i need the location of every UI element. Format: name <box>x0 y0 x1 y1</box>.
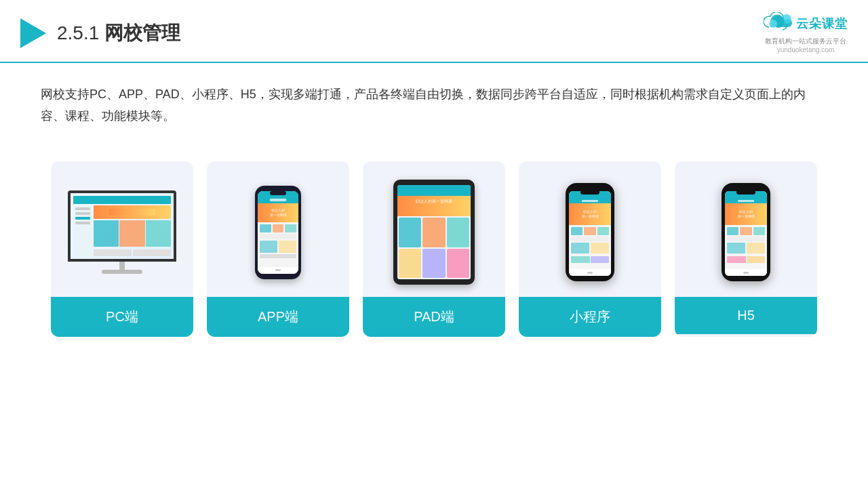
card-pc-label: PC端 <box>51 297 193 337</box>
card-miniapp-image: 职达人的第一堂网课 <box>519 161 661 297</box>
description-text: 网校支持PC、APP、PAD、小程序、H5，实现多端打通，产品各终端自由切换，数… <box>0 63 868 134</box>
logo-area: 云朵课堂 教育机构一站式服务云平台 yunduoketang.com <box>764 12 848 54</box>
phone-mockup-miniapp: 职达人的第一堂网课 <box>566 183 614 281</box>
phone-screen-h5: 职达人的第一堂网课 <box>725 191 767 276</box>
phone-mockup-h5: 职达人的第一堂网课 <box>722 183 770 281</box>
card-pc: PC端 <box>51 161 193 337</box>
logo-text: 云朵课堂 <box>796 16 848 32</box>
phone-screen-miniapp: 职达人的第一堂网课 <box>569 191 611 276</box>
title-cn: 网校管理 <box>104 22 180 43</box>
card-miniapp: 职达人的第一堂网课 <box>519 161 661 337</box>
phone-notch-small <box>580 190 599 195</box>
card-pad: 职达人的第一堂网课 PAD端 <box>363 161 505 337</box>
card-pad-image: 职达人的第一堂网课 <box>363 161 505 297</box>
card-app: 职达人的第一堂网课 <box>207 161 349 337</box>
card-pc-image <box>51 161 193 297</box>
card-h5-label: H5 <box>675 297 817 334</box>
card-miniapp-label: 小程序 <box>519 297 661 337</box>
cloud-icon <box>764 12 793 35</box>
phone-notch-small-h5 <box>736 190 755 195</box>
card-h5-image: 职达人的第一堂网课 <box>675 161 817 297</box>
card-pad-label: PAD端 <box>363 297 505 337</box>
header: 2.5.1 网校管理 云朵课堂 教育机构一站式服务云平台 yunduoketan… <box>0 0 868 63</box>
monitor-screen <box>68 190 176 262</box>
logo-cloud: 云朵课堂 <box>764 12 848 35</box>
play-icon <box>20 18 46 48</box>
header-left: 2.5.1 网校管理 <box>20 18 180 48</box>
page-title: 2.5.1 网校管理 <box>57 20 180 46</box>
description-paragraph: 网校支持PC、APP、PAD、小程序、H5，实现多端打通，产品各终端自由切换，数… <box>41 83 827 127</box>
logo-tagline: 教育机构一站式服务云平台 <box>765 37 846 46</box>
card-h5: 职达人的第一堂网课 <box>675 161 817 337</box>
card-app-label: APP端 <box>207 297 349 337</box>
tablet-screen: 职达人的第一堂网课 <box>397 185 471 279</box>
logo-domain: yunduoketang.com <box>777 46 835 54</box>
phone-screen: 职达人的第一堂网课 <box>258 191 298 274</box>
tablet-mockup: 职达人的第一堂网课 <box>393 180 475 285</box>
card-app-image: 职达人的第一堂网课 <box>207 161 349 297</box>
phone-notch <box>270 191 286 195</box>
svg-point-2 <box>769 20 777 28</box>
phone-mockup-app: 职达人的第一堂网课 <box>255 186 301 279</box>
cards-container: PC端 职达人的第一堂网课 <box>0 141 868 357</box>
monitor-mockup <box>68 190 176 274</box>
title-number: 2.5.1 <box>57 22 99 43</box>
